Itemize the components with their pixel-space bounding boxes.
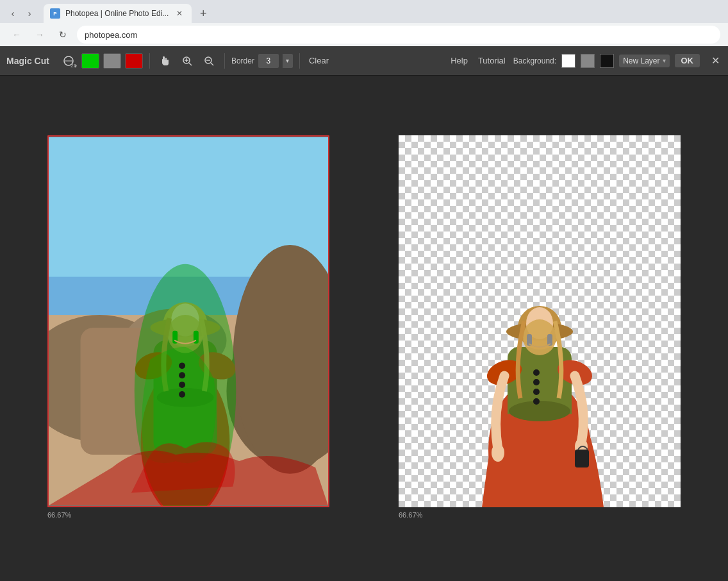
svg-line-7: [211, 63, 213, 65]
background-label: Background:: [513, 56, 556, 65]
address-bar: ← → ↻: [0, 23, 728, 46]
brush-tool-button[interactable]: 22 ▾: [60, 52, 78, 70]
canvas-area: 66.67%: [0, 76, 728, 578]
new-tab-button[interactable]: +: [194, 4, 212, 22]
tab-close-button[interactable]: ✕: [174, 8, 185, 19]
address-input[interactable]: [77, 26, 720, 44]
left-scene-svg: [49, 137, 328, 506]
svg-point-27: [179, 362, 185, 369]
svg-line-3: [189, 63, 192, 65]
bg-gray-swatch[interactable]: [581, 54, 595, 68]
border-label: Border: [231, 56, 254, 65]
border-dropdown-arrow[interactable]: ▾: [283, 54, 293, 68]
svg-point-30: [179, 391, 185, 398]
left-zoom-label: 66.67%: [47, 511, 71, 519]
svg-point-44: [533, 369, 540, 376]
browser-chrome: ‹ › P Photopea | Online Photo Edi... ✕ +…: [0, 0, 728, 46]
tab-nav-buttons: ‹ ›: [5, 6, 37, 21]
svg-point-46: [533, 389, 540, 395]
border-input[interactable]: [258, 54, 279, 68]
tab-bar: ‹ › P Photopea | Online Photo Edi... ✕ +: [0, 0, 728, 23]
new-layer-dropdown[interactable]: New Layer ▾: [619, 55, 669, 67]
hand-tool-button[interactable]: [156, 52, 174, 70]
separator-1: [149, 53, 150, 69]
zoom-out-button[interactable]: [200, 52, 218, 70]
svg-rect-50: [575, 450, 589, 467]
right-image-canvas[interactable]: [399, 135, 681, 507]
gray-color-swatch[interactable]: [103, 53, 121, 69]
left-image-canvas[interactable]: [47, 135, 329, 507]
right-zoom-label: 66.67%: [399, 511, 422, 519]
new-layer-arrow-icon: ▾: [663, 57, 666, 64]
svg-point-45: [533, 379, 540, 385]
app-window: Magic Cut 22 ▾: [0, 46, 728, 578]
tab-title: Photopea | Online Photo Edi...: [65, 9, 169, 18]
tab-favicon: P: [50, 8, 60, 19]
toolbar-title: Magic Cut: [6, 56, 49, 66]
zoom-in-button[interactable]: [178, 52, 196, 70]
help-button[interactable]: Help: [448, 55, 470, 67]
bg-white-swatch[interactable]: [561, 54, 575, 68]
right-scene-svg: [399, 135, 681, 507]
clear-button[interactable]: Clear: [306, 55, 331, 67]
prev-tab-button[interactable]: ‹: [5, 6, 21, 21]
refresh-button[interactable]: ↻: [54, 26, 72, 44]
svg-point-29: [179, 382, 185, 388]
red-color-swatch[interactable]: [125, 53, 143, 69]
svg-point-28: [179, 372, 185, 378]
green-color-swatch[interactable]: [81, 53, 99, 69]
svg-point-38: [492, 444, 504, 462]
magic-cut-toolbar: Magic Cut 22 ▾: [0, 46, 728, 76]
right-image-panel: 66.67%: [399, 135, 681, 519]
browser-tab[interactable]: P Photopea | Online Photo Edi... ✕: [44, 4, 192, 23]
tutorial-button[interactable]: Tutorial: [476, 55, 508, 67]
separator-2: [224, 53, 225, 69]
forward-button[interactable]: →: [31, 26, 49, 44]
ok-button[interactable]: OK: [675, 54, 700, 67]
toolbar-right: Help Tutorial Background: New Layer ▾ OK: [448, 54, 700, 68]
separator-3: [299, 53, 300, 69]
back-button[interactable]: ←: [8, 26, 26, 44]
next-tab-button[interactable]: ›: [22, 6, 37, 21]
svg-point-35: [509, 401, 570, 421]
close-button[interactable]: ✕: [709, 55, 722, 67]
bg-black-swatch[interactable]: [600, 54, 614, 68]
svg-point-47: [533, 398, 540, 405]
left-image-panel: 66.67%: [47, 135, 329, 519]
new-layer-label: New Layer: [623, 56, 659, 65]
